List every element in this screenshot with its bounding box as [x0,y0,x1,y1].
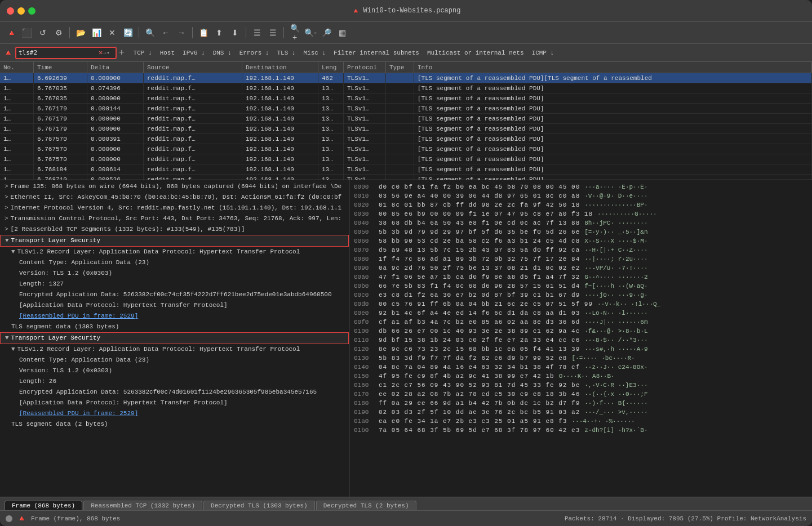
detail-row[interactable]: Content Type: Application Data (23) [0,355,349,365]
down-button[interactable]: ⬇ [228,26,242,39]
detail-row[interactable]: ▼TLSv1.2 Record Layer: Application Data … [0,247,349,257]
detail-row[interactable]: >Internet Protocol Version 4, Src: reddi… [0,203,349,213]
packet-row[interactable]: 1… 6.767570 0.000391 reddit.map.f… 192.1… [0,134,812,144]
packet-list[interactable]: No. Time Delta Source Destination Leng P… [0,62,812,180]
detail-row[interactable]: Content Type: Application Data (23) [0,257,349,268]
detail-row[interactable]: Encrypted Application Data: 5263382cf00c… [0,289,349,300]
filter-tag-misc[interactable]: Misc ↓ [301,49,328,57]
col-header-delta: Delta [87,62,144,73]
detail-hex-container: >Frame 135: 868 bytes on wire (6944 bits… [0,180,812,497]
settings-button[interactable]: ⚙ [52,26,65,39]
packet-row[interactable]: 1… 6.767570 0.000000 reddit.map.f… 192.1… [0,144,812,154]
open-button[interactable]: 📂 [74,26,87,39]
filter-tag-icmp[interactable]: ICMP ↓ [530,49,557,57]
hex-row: 0000 d0 c0 bf 61 fa f2 b0 ea bc 45 b8 70… [354,182,807,191]
packet-row[interactable]: 1… 6.767179 0.000000 reddit.map.f… 192.1… [0,114,812,124]
detail-row[interactable]: ▼Transport Layer Security [0,332,349,344]
zoom-reset-button[interactable]: 🔎 [320,26,333,39]
detail-pane[interactable]: >Frame 135: 868 bytes on wire (6944 bits… [0,180,349,497]
maximize-button[interactable] [28,7,36,15]
stop-button[interactable]: ⬛ [20,26,34,39]
minimize-button[interactable] [17,7,25,15]
detail-row[interactable]: ▼Transport Layer Security [0,235,349,247]
detail-row[interactable]: ▼TLSv1.2 Record Layer: Application Data … [0,344,349,355]
up-button[interactable]: ⬆ [212,26,226,39]
col2-button[interactable]: ☰ [266,26,279,39]
packet-row[interactable]: 1… 6.768184 0.000614 reddit.map.f… 192.1… [0,164,812,175]
detail-row[interactable]: Version: TLS 1.2 (0x0303) [0,268,349,279]
stats-button[interactable]: 📊 [90,26,103,39]
tab-decrypted-tls-1[interactable]: Decrypted TLS (1303 bytes) [203,501,315,510]
detail-row[interactable]: [Reassembled PDU in frame: 2529] [0,408,349,419]
detail-row[interactable]: Version: TLS 1.2 (0x0303) [0,365,349,376]
filter-dropdown-icon[interactable]: ▾ [107,49,110,56]
hex-row: 0060 58 bb 90 53 cd 2e ba 58 c2 f6 a3 b1… [354,237,807,246]
detail-row[interactable]: Length: 26 [0,376,349,387]
detail-row[interactable]: Length: 1327 [0,279,349,289]
close-button[interactable] [7,7,14,15]
hex-row: 00c0 e3 c8 d1 f2 6a 30 e7 b2 0d 87 bf 39… [354,291,807,300]
hex-pane[interactable]: 0000 d0 c0 bf 61 fa f2 b0 ea bc 45 b8 70… [349,180,812,497]
filter-input[interactable] [19,49,97,56]
packet-row[interactable]: 1… 6.768710 0.000526 reddit.map.f… 192.1… [0,175,812,180]
grid-button[interactable]: ▦ [335,26,349,39]
filter-clear-button[interactable]: ✕ [99,48,103,57]
detail-row[interactable]: >Frame 135: 868 bytes on wire (6944 bits… [0,181,349,192]
restart-button[interactable]: ↺ [36,26,50,39]
main-window: 🔺 Win10-to-Websites.pcapng 🔺 ⬛ ↺ ⚙ 📂 📊 ✕… [0,0,812,526]
detail-row[interactable]: >[2 Reassembled TCP Segments (1332 bytes… [0,224,349,235]
tab-decrypted-tls-2[interactable]: Decrypted TLS (2 bytes) [316,501,416,510]
filter-tag-errors[interactable]: Errors ↓ [237,49,272,57]
detail-row[interactable]: >Ethernet II, Src: AskeyCom_45:b8:70 (b0… [0,192,349,203]
hex-data-col: 0000 d0 c0 bf 61 fa f2 b0 ea bc 45 b8 70… [349,180,812,497]
tab-reassembled-tcp[interactable]: Reassembled TCP (1332 bytes) [83,501,202,510]
detail-row[interactable]: [Application Data Protocol: Hypertext Tr… [0,398,349,408]
detail-row[interactable]: [Reassembled PDU in frame: 2529] [0,311,349,322]
filter-bar: 🔺 ✕ → ▾ + TCP ↓ Host IPv6 ↓ DNS ↓ Errors… [0,44,812,62]
packet-row[interactable]: 1… 6.767179 0.000000 reddit.map.f… 192.1… [0,124,812,134]
reload-button[interactable]: 🔄 [121,26,135,39]
filter-tag-tcp[interactable]: TCP ↓ [131,49,154,57]
filter-tags: TCP ↓ Host IPv6 ↓ DNS ↓ Errors ↓ TLS ↓ M… [131,49,557,57]
packet-row[interactable]: 1… 6.692639 0.000000 reddit.map.f… 192.1… [0,73,812,83]
filter-tag-internal[interactable]: Filter internal subnets [331,49,421,57]
hex-row: 0170 ee 02 28 a2 08 7b a2 78 cd c5 30 c9… [354,390,807,399]
hex-row: 0150 4f 95 fe c9 8f 4b a2 9c 41 38 99 e7… [354,372,807,381]
filter-tag-ipv6[interactable]: IPv6 ↓ [180,49,207,57]
col-button[interactable]: ☰ [250,26,264,39]
packet-row[interactable]: 1… 6.767570 0.000000 reddit.map.f… 192.1… [0,154,812,164]
col-header-type: Type [386,62,414,73]
packet-row[interactable]: 1… 6.767179 0.000144 reddit.map.f… 192.1… [0,104,812,114]
detail-row[interactable]: [Application Data Protocol: Hypertext Tr… [0,300,349,311]
filter-tag-dns[interactable]: DNS ↓ [211,49,234,57]
detail-row[interactable]: Encrypted Application Data: 5263382cf00c… [0,387,349,398]
layout-button[interactable]: 📋 [197,26,210,39]
tab-frame[interactable]: Frame (868 bytes) [5,501,82,510]
detail-row[interactable]: TLS segment data (1303 bytes) [0,322,349,332]
packet-row[interactable]: 1… 6.767035 0.000000 reddit.map.f… 192.1… [0,93,812,104]
detail-row[interactable]: TLS segment data (2 bytes) [0,419,349,430]
hex-row: 00d0 00 c5 76 91 ff 6b 0a 04 bb 21 6c 2e… [354,300,807,309]
zoom-out-button[interactable]: 🔍- [304,26,317,39]
next-button[interactable]: → [175,26,188,39]
status-shark-icon: 🔺 [17,514,26,523]
filter-tag-tls[interactable]: TLS ↓ [274,49,298,57]
zoom-in-button[interactable]: 🔍+ [288,26,301,39]
packet-list-header: No. Time Delta Source Destination Leng P… [0,62,812,73]
detail-row[interactable]: >Transmission Control Protocol, Src Port… [0,213,349,224]
hex-row: 0030 00 85 e6 b9 00 00 09 f1 1e 07 47 95… [354,209,807,219]
prev-button[interactable]: ← [159,26,172,39]
filter-tag-multicast[interactable]: Multicast or internal nets [425,49,526,57]
hex-row: 0090 0a 9c 2d 76 50 2f 75 be 13 37 08 21… [354,264,807,273]
bottom-tabs: Frame (868 bytes) Reassembled TCP (1332 … [0,497,812,510]
filter-input-wrapper: ✕ → ▾ [15,47,117,59]
hex-row: 0100 db 66 26 e7 00 1c 40 93 3e 2e 38 89… [354,327,807,336]
search-button[interactable]: 🔍 [143,26,157,39]
shark-button[interactable]: 🔺 [5,26,18,39]
hex-row: 0050 5b 3b 9d 79 9d 29 97 bf 5f d6 35 be… [354,228,807,237]
filter-tag-host[interactable]: Host [158,49,177,57]
hex-row: 01a0 ea e0 fe 34 1a e7 2b e3 c3 25 01 a5… [354,417,807,426]
filter-add-button[interactable]: + [119,48,125,58]
close-file-button[interactable]: ✕ [105,26,119,39]
packet-row[interactable]: 1… 6.767035 0.074396 reddit.map.f… 192.1… [0,83,812,93]
